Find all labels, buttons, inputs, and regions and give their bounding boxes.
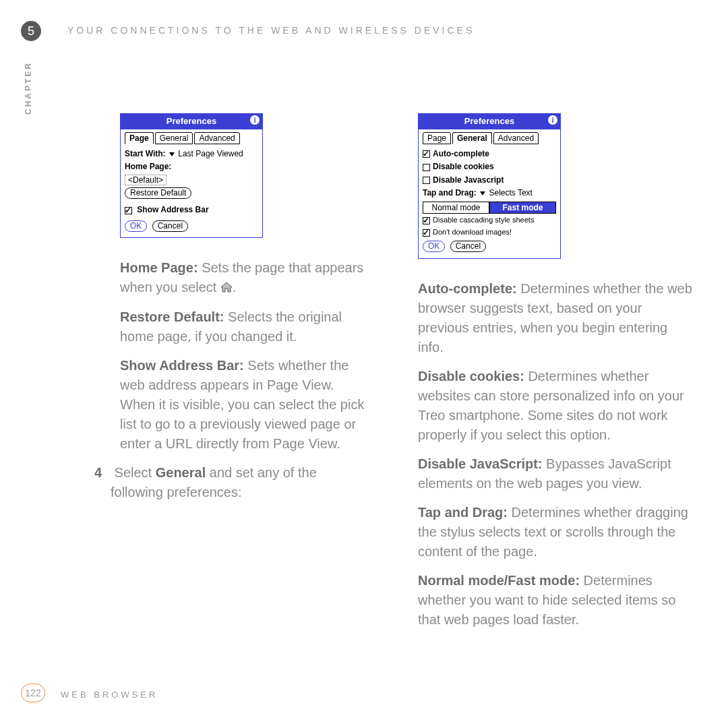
step-4: 4 Select General and set any of the foll… — [94, 463, 369, 502]
no-images-checkbox[interactable] — [423, 229, 430, 237]
home-page-label: Home Page: — [125, 161, 258, 173]
ok-button[interactable]: OK — [125, 220, 147, 232]
tap-drag-label: Tap and Drag: — [423, 188, 477, 198]
mode-tabs: Normal mode Fast mode — [423, 202, 556, 214]
dropdown-icon[interactable] — [169, 152, 175, 156]
tab-advanced[interactable]: Advanced — [493, 132, 539, 144]
manual-page: 5 YOUR CONNECTIONS TO THE WEB AND WIRELE… — [0, 0, 728, 728]
disable-js-label: Disable Javascript — [433, 175, 504, 185]
cancel-button[interactable]: Cancel — [450, 241, 486, 252]
restore-default-desc: Restore Default: Selects the original ho… — [120, 307, 369, 346]
tab-page[interactable]: Page — [125, 132, 154, 144]
info-icon[interactable]: i — [250, 115, 260, 125]
svg-marker-0 — [221, 282, 232, 292]
show-address-bar-checkbox[interactable] — [125, 207, 132, 214]
disable-cookies-desc: Disable cookies: Determines whether webs… — [418, 367, 693, 445]
running-head: YOUR CONNECTIONS TO THE WEB AND WIRELESS… — [67, 25, 475, 36]
auto-complete-desc: Auto-complete: Determines whether the we… — [418, 279, 693, 357]
page-number: 122 — [21, 684, 45, 702]
disable-js-checkbox[interactable] — [423, 177, 430, 184]
dialog-title-text: Preferences — [464, 116, 514, 126]
tab-advanced[interactable]: Advanced — [194, 132, 239, 144]
start-with-label: Start With: — [125, 149, 166, 158]
dialog-tabs: Page General Advanced — [423, 132, 556, 144]
auto-complete-label: Auto-complete — [433, 149, 489, 158]
preferences-dialog-page: Preferences i Page General Advanced Star… — [120, 113, 263, 238]
info-icon[interactable]: i — [548, 115, 557, 125]
disable-cookies-label: Disable cookies — [433, 162, 494, 171]
show-address-bar-desc: Show Address Bar: Sets whether the web a… — [120, 356, 369, 454]
mode-desc: Normal mode/Fast mode: Determines whethe… — [418, 571, 693, 630]
chapter-label-vertical: CHAPTER — [24, 61, 33, 115]
cancel-button[interactable]: Cancel — [152, 220, 188, 232]
home-icon — [220, 278, 233, 298]
home-page-desc: Home Page: Sets the page that appears wh… — [120, 258, 369, 298]
chapter-number-badge: 5 — [21, 21, 41, 41]
preferences-dialog-general: Preferences i Page General Advanced Auto… — [418, 113, 561, 259]
tab-page[interactable]: Page — [423, 132, 451, 144]
show-address-bar-label: Show Address Bar — [137, 205, 208, 214]
auto-complete-checkbox[interactable] — [423, 150, 430, 158]
start-with-value[interactable]: Last Page Viewed — [178, 149, 243, 158]
tab-general[interactable]: General — [452, 132, 492, 144]
left-column: Preferences i Page General Advanced Star… — [94, 113, 369, 512]
home-page-field[interactable]: <Default> — [125, 175, 166, 185]
tap-drag-desc: Tap and Drag: Determines whether draggin… — [418, 503, 693, 562]
dialog-tabs: Page General Advanced — [125, 132, 258, 144]
ok-button[interactable]: OK — [423, 241, 445, 252]
dialog-title-text: Preferences — [166, 116, 216, 126]
disable-css-checkbox[interactable] — [423, 217, 430, 224]
tab-general[interactable]: General — [155, 132, 193, 144]
tap-drag-value[interactable]: Selects Text — [489, 188, 532, 198]
right-column: Preferences i Page General Advanced Auto… — [418, 113, 693, 639]
disable-cookies-checkbox[interactable] — [423, 164, 430, 171]
dialog-title: Preferences i — [121, 114, 262, 129]
disable-js-desc: Disable JavaScript: Bypasses JavaScript … — [418, 454, 693, 493]
fast-mode-tab[interactable]: Fast mode — [489, 202, 556, 214]
step-number: 4 — [94, 463, 111, 483]
disable-css-label: Disable cascading style sheets — [433, 216, 534, 224]
normal-mode-tab[interactable]: Normal mode — [423, 202, 489, 214]
no-images-label: Don't download images! — [433, 228, 512, 236]
dialog-title: Preferences i — [419, 114, 560, 129]
restore-default-button[interactable]: Restore Default — [125, 187, 191, 199]
footer-section: WEB BROWSER — [61, 690, 158, 700]
dropdown-icon[interactable] — [480, 191, 485, 195]
